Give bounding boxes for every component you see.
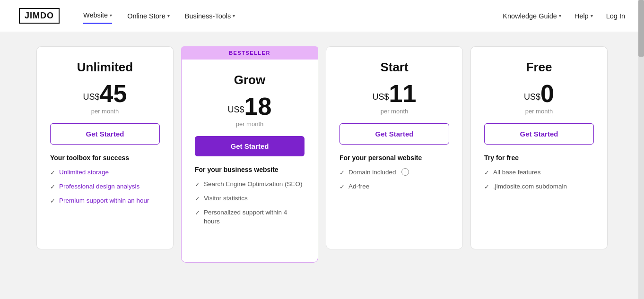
price-amount-start: 11 [389,81,417,106]
price-row-start: US$ 11 [339,81,449,106]
feature-list-grow: ✓ Search Engine Optimization (SEO) ✓ Vis… [195,180,305,226]
plan-name-start: Start [339,60,449,75]
feature-text: .jimdosite.com subdomain [493,182,567,191]
plan-card-start: Start US$ 11 per month Get Started For y… [326,46,463,249]
nav-link-website[interactable]: Website ▾ [83,8,112,24]
feature-text: Domain included [348,168,396,177]
feature-text: Premium support within an hour [59,196,149,205]
plan-name-unlimited: Unlimited [50,60,160,75]
feature-item: ✓ Ad-free [339,182,449,191]
price-period-unlimited: per month [50,108,160,115]
feature-text: Personalized support within 4 hours [204,208,305,226]
price-row-free: US$ 0 [484,81,594,106]
scrollbar[interactable] [638,0,644,299]
check-icon: ✓ [484,169,489,177]
feature-item: ✓ Premium support within an hour [50,196,160,205]
price-amount-free: 0 [540,81,554,106]
chevron-down-icon: ▾ [167,13,170,18]
get-started-button-free[interactable]: Get Started [484,123,594,145]
price-currency-unlimited: US$ [83,92,100,102]
chevron-down-icon: ▾ [110,13,112,18]
logo[interactable]: JIMDO [19,8,60,24]
bestseller-badge: BESTSELLER [181,46,318,60]
check-icon: ✓ [195,195,200,203]
feature-text: All base features [493,168,541,177]
navbar: JIMDO Website ▾ Online Store ▾ Business-… [0,0,644,32]
feature-list-unlimited: ✓ Unlimited storage ✓ Professional desig… [50,168,160,206]
plan-card-unlimited: Unlimited US$ 45 per month Get Started Y… [36,46,174,249]
tagline-grow: For your business website [195,166,305,173]
feature-item: ✓ Personalized support within 4 hours [195,208,305,226]
check-icon: ✓ [195,209,200,217]
feature-item: ✓ Search Engine Optimization (SEO) [195,180,305,189]
feature-item: ✓ Unlimited storage [50,168,160,177]
price-amount-unlimited: 45 [100,81,127,106]
feature-text: Visitor statistics [204,194,248,203]
check-icon: ✓ [195,180,200,189]
chevron-down-icon: ▾ [591,13,593,18]
get-started-button-unlimited[interactable]: Get Started [50,123,160,145]
pricing-container: Unlimited US$ 45 per month Get Started Y… [24,46,620,263]
feature-item: ✓ Professional design analysis [50,182,160,191]
price-row-unlimited: US$ 45 [50,81,160,106]
price-currency-grow: US$ [228,105,244,115]
check-icon: ✓ [484,183,489,191]
price-currency-start: US$ [373,92,389,102]
feature-list-free: ✓ All base features ✓ .jimdosite.com sub… [484,168,594,191]
feature-text: Ad-free [348,182,369,191]
price-period-free: per month [484,108,594,115]
info-icon[interactable]: i [401,168,409,176]
nav-help[interactable]: Help ▾ [574,12,593,20]
chevron-down-icon: ▾ [233,13,235,18]
nav-links: Website ▾ Online Store ▾ Business-Tools … [83,8,503,24]
nav-link-online-store[interactable]: Online Store ▾ [127,9,170,24]
chevron-down-icon: ▾ [559,13,561,18]
feature-text: Professional design analysis [59,182,139,191]
price-period-start: per month [339,108,449,115]
check-icon: ✓ [50,197,55,205]
tagline-unlimited: Your toolbox for success [50,154,160,162]
check-icon: ✓ [50,183,55,191]
check-icon: ✓ [50,169,55,177]
tagline-free: Try for free [484,154,594,162]
price-currency-free: US$ [524,92,540,102]
plan-name-free: Free [484,60,594,75]
plan-card-grow: Grow US$ 18 per month Get Started For yo… [181,60,318,263]
feature-text: Search Engine Optimization (SEO) [204,180,303,189]
feature-item: ✓ Domain included i [339,168,449,177]
main-content: Unlimited US$ 45 per month Get Started Y… [0,32,644,299]
nav-right: Knowledge Guide ▾ Help ▾ Log In [503,12,625,20]
price-amount-grow: 18 [244,94,272,119]
scrollbar-thumb[interactable] [638,0,644,57]
check-icon: ✓ [339,169,345,177]
feature-item: ✓ All base features [484,168,594,177]
plan-card-free: Free US$ 0 per month Get Started Try for… [470,46,608,249]
tagline-start: For your personal website [339,154,449,162]
feature-item: ✓ .jimdosite.com subdomain [484,182,594,191]
get-started-button-grow[interactable]: Get Started [195,136,305,156]
nav-link-business-tools[interactable]: Business-Tools ▾ [185,9,235,24]
get-started-button-start[interactable]: Get Started [339,123,449,145]
feature-text: Unlimited storage [59,168,109,177]
plan-name-grow: Grow [195,73,305,87]
feature-item: ✓ Visitor statistics [195,194,305,203]
plan-card-grow-wrapper: BESTSELLER Grow US$ 18 per month Get Sta… [181,46,318,263]
check-icon: ✓ [339,183,345,191]
price-row-grow: US$ 18 [195,94,305,119]
feature-list-start: ✓ Domain included i ✓ Ad-free [339,168,449,191]
nav-knowledge-guide[interactable]: Knowledge Guide ▾ [503,12,561,20]
login-link[interactable]: Log In [606,12,625,20]
price-period-grow: per month [195,120,305,128]
